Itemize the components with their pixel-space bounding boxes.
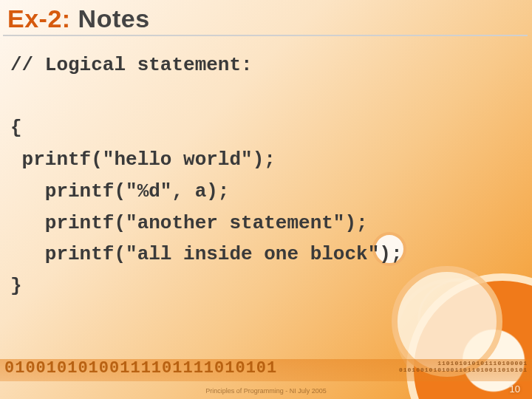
blank-line xyxy=(10,81,532,112)
code-open-brace: { xyxy=(10,112,532,144)
binary-text-small: 110101010101110100001 010100101010011011… xyxy=(399,361,528,374)
slide: Ex-2: Notes // Logical statement: { prin… xyxy=(0,0,532,399)
page-number: 10 xyxy=(510,383,520,395)
code-close-brace: } xyxy=(10,270,532,302)
code-line: printf("hello world"); xyxy=(10,144,532,176)
title-main: Notes xyxy=(78,4,150,33)
slide-title: Ex-2: Notes xyxy=(0,0,532,33)
code-block: // Logical statement: { printf("hello wo… xyxy=(0,36,532,302)
footer-credit: Principles of Programming - NI July 2005 xyxy=(0,387,532,395)
code-line: printf("all inside one block"); xyxy=(10,239,532,270)
code-line: printf("another statement"); xyxy=(10,208,532,239)
code-comment: // Logical statement: xyxy=(10,50,532,81)
binary-strip: 01001010100111101111010101 1101010101011… xyxy=(0,359,532,381)
title-prefix: Ex-2: xyxy=(7,4,78,33)
code-line: printf("%d", a); xyxy=(10,176,532,208)
